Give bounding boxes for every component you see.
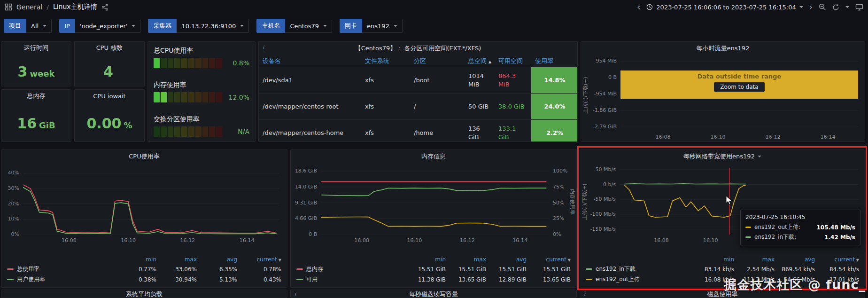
table-column-header[interactable]: 总空间▲ xyxy=(465,55,495,67)
series-color-icon xyxy=(586,279,592,280)
stat-value: 4 xyxy=(75,53,144,84)
series-color-icon xyxy=(745,227,751,228)
panel-title[interactable]: 每秒网络带宽使用ens192 xyxy=(580,150,865,163)
filter-value-dropdown[interactable]: 10.13.72.36:9100 xyxy=(177,19,249,33)
legend-series-toggle[interactable]: ens192_in下载 xyxy=(586,265,694,273)
legend-series-toggle[interactable]: 总使用率 xyxy=(7,265,116,273)
zoom-to-data-button[interactable]: Zoom to data xyxy=(714,82,764,92)
panel-title[interactable]: 每秒磁盘读写容量 xyxy=(291,290,576,298)
breadcrumb-folder[interactable]: General xyxy=(16,3,42,11)
y-axis-tick: 30% xyxy=(8,185,19,192)
legend-sort-avg[interactable]: avg xyxy=(197,256,237,263)
tooltip-timestamp: 2023-07-25 16:10:45 xyxy=(745,214,855,220)
chevron-down-icon xyxy=(799,6,803,8)
y-axis-tick: 14.0 GiB xyxy=(295,184,317,190)
dashboards-grid-icon[interactable] xyxy=(5,3,12,11)
panel-info-icon[interactable]: i xyxy=(584,291,585,297)
y2-axis-tick: 100% xyxy=(553,168,567,174)
table-column-header[interactable]: 分区 xyxy=(410,55,465,67)
legend-sort-max[interactable]: max xyxy=(156,256,197,263)
panel-title[interactable]: 运行时间 xyxy=(1,42,71,54)
time-range-picker[interactable]: 2023-07-25 16:06:06 to 2023-07-25 16:15:… xyxy=(646,4,803,11)
y-axis-tick: -100 Mb/s xyxy=(590,211,616,218)
legend-sort-avg[interactable]: avg xyxy=(486,256,527,263)
legend-sort-current[interactable]: current▼ xyxy=(527,256,571,263)
legend-sort-min[interactable]: min xyxy=(694,256,734,263)
legend-sort-current[interactable]: current▼ xyxy=(237,256,281,263)
breadcrumb-dashboard-title[interactable]: Linux主机详情 xyxy=(53,3,97,11)
table: 设备名文件系统分区总空间▲可用空间使用率 /dev/sda1xfs/boot10… xyxy=(259,55,577,141)
legend-sort-max[interactable]: max xyxy=(446,256,486,263)
panel-title[interactable]: 系统平均负载 xyxy=(1,290,287,298)
x-axis-tick: 16:12 xyxy=(178,237,197,244)
legend-sort-min[interactable]: min xyxy=(116,256,156,263)
gauge-rows: 总CPU使用率0.8%内存使用率12.0%交换分区使用率N/A xyxy=(154,47,249,137)
bar-gauge xyxy=(154,92,222,102)
legend-sort-max[interactable]: max xyxy=(734,256,775,263)
gauge-value: 12.0% xyxy=(226,94,249,101)
table-cell: /home xyxy=(410,120,465,142)
filter-label: 项目 xyxy=(4,19,26,33)
cpu-usage-graph-panel: CPU使用率 minmaxavgcurrent▼总使用率0.77%33.06%6… xyxy=(1,149,287,288)
cpu-usage-chart[interactable] xyxy=(23,168,279,235)
filter-chip-0: 项目All xyxy=(4,19,52,33)
kiosk-monitor-icon[interactable] xyxy=(855,4,863,11)
legend-series-toggle[interactable]: 可用 xyxy=(296,275,405,283)
table-column-header[interactable]: 文件系统 xyxy=(361,55,410,67)
gauge-row: 内存使用率12.0% xyxy=(154,81,249,102)
refresh-icon[interactable] xyxy=(832,4,839,11)
memory-info-chart[interactable] xyxy=(321,168,549,235)
chevron-down-icon xyxy=(43,25,46,27)
series-color-icon xyxy=(296,279,303,280)
legend-sort-min[interactable]: min xyxy=(405,256,446,263)
legend-series-toggle[interactable]: 总内存 xyxy=(296,265,405,273)
chevron-down-icon xyxy=(758,156,761,157)
panel-title[interactable]: CPU 核数 xyxy=(75,42,144,54)
y-axis-tick: 0 B xyxy=(309,231,317,238)
legend-sort-avg[interactable]: avg xyxy=(775,256,815,263)
table-column-header[interactable]: 使用率 xyxy=(531,55,577,67)
usage-gauges-panel: 总CPU使用率0.8%内存使用率12.0%交换分区使用率N/A xyxy=(147,41,256,142)
share-icon[interactable] xyxy=(101,4,108,11)
y-axis-tick: 0 b/s xyxy=(603,181,616,188)
legend-value: 2.54 Mb/s xyxy=(734,266,775,273)
legend-value: 0.43% xyxy=(237,276,281,283)
panel-title[interactable]: 内存信息 xyxy=(291,150,576,163)
refresh-interval-dropdown[interactable] xyxy=(845,6,849,8)
panel-title[interactable]: 【Centos79】： 各分区可用空间(EXT.*/XFS) xyxy=(259,42,577,55)
y-axis-tick: 9.31 GiB xyxy=(295,200,317,206)
legend-series-toggle[interactable]: 用户使用率 xyxy=(7,275,116,283)
stat-value: 3week xyxy=(1,53,71,84)
gauge-title: 内存使用率 xyxy=(154,81,249,89)
panel-info-icon[interactable]: i xyxy=(263,45,264,51)
disk-io-panel: i 每秒磁盘读写容量 xyxy=(290,290,577,298)
table-column-header[interactable]: 可用空间 xyxy=(495,55,531,67)
legend-value: 30.94% xyxy=(156,276,197,283)
panel-title[interactable]: CPU iowait xyxy=(75,90,144,102)
y-axis-tick: -150 Mb/s xyxy=(590,226,616,233)
usage-badge: 24.0% xyxy=(531,94,577,119)
y2-axis-tick: 25% xyxy=(553,215,564,222)
x-axis-tick: 16:10 xyxy=(709,134,728,141)
filter-value-dropdown[interactable]: Centos79 xyxy=(285,19,332,33)
table-column-header[interactable]: 设备名 xyxy=(259,55,361,67)
filter-value-text: 'node_exporter' xyxy=(80,23,128,30)
legend-value: 15.51 GiB xyxy=(486,266,527,273)
watermark: 掘金技术社区 @ func_ xyxy=(724,276,866,293)
chevron-left-icon[interactable]: ‹ xyxy=(637,3,640,11)
filter-value-dropdown[interactable]: 'node_exporter' xyxy=(75,19,141,33)
chevron-down-icon xyxy=(394,25,397,27)
gauge-title: 交换分区使用率 xyxy=(154,115,249,124)
chevron-right-icon[interactable]: › xyxy=(809,3,813,11)
panel-title[interactable]: 每小时流量ens192 xyxy=(581,42,865,55)
panel-title[interactable]: CPU使用率 xyxy=(1,150,287,163)
chevron-down-icon xyxy=(240,25,244,27)
panel-info-icon[interactable]: i xyxy=(294,291,296,297)
filter-value-dropdown[interactable]: All xyxy=(26,19,52,33)
panel-title[interactable]: 总内存 xyxy=(1,90,71,102)
legend-sort-current[interactable]: current▼ xyxy=(815,256,859,263)
legend-value: 5.13% xyxy=(197,276,237,283)
legend-series-toggle[interactable]: ens192_out上传 xyxy=(586,275,694,283)
filter-value-dropdown[interactable]: ens192 xyxy=(362,19,403,33)
zoom-out-icon[interactable] xyxy=(819,3,826,11)
